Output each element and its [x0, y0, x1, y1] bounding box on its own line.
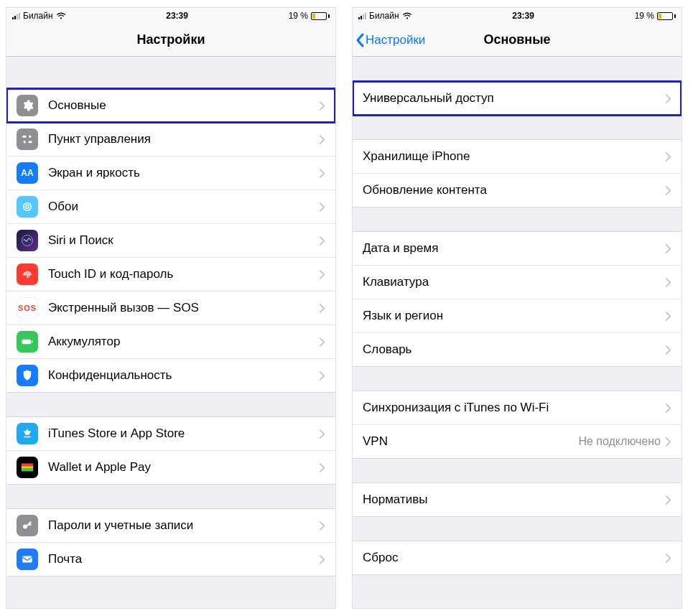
row-sos[interactable]: SOSЭкстренный вызов — SOS [6, 291, 335, 325]
svg-rect-13 [22, 556, 32, 563]
chevron-right-icon [665, 437, 671, 447]
row-label: Клавиатура [363, 275, 665, 289]
row-control[interactable]: Пункт управления [6, 122, 335, 157]
gear-icon [17, 95, 38, 116]
chevron-right-icon [319, 235, 325, 246]
row-label: Пункт управления [48, 132, 319, 146]
row-sync[interactable]: Синхронизация с iTunes по Wi-Fi [353, 391, 682, 425]
row-battery[interactable]: Аккумулятор [6, 325, 335, 359]
svg-point-3 [24, 141, 26, 143]
row-label: Wallet и Apple Pay [48, 460, 319, 475]
row-kbd[interactable]: Клавиатура [353, 265, 682, 299]
nav-bar: Настройки Основные [353, 24, 682, 57]
wall-icon [17, 196, 38, 218]
svg-rect-0 [22, 136, 26, 138]
row-pwd[interactable]: Пароли и учетные записи [6, 508, 335, 543]
row-label: Обновление контента [363, 183, 665, 197]
row-privacy[interactable]: Конфиденциальность [6, 358, 335, 393]
priv-icon [17, 365, 38, 386]
chevron-right-icon [665, 93, 671, 104]
row-reset[interactable]: Сброс [353, 541, 682, 575]
row-touchid[interactable]: Touch ID и код-пароль [6, 257, 335, 291]
row-label: VPN [363, 434, 578, 449]
chevron-right-icon [319, 462, 325, 473]
row-mail[interactable]: Почта [6, 542, 335, 577]
svg-point-5 [26, 205, 29, 209]
carrier-label: Билайн [369, 11, 399, 21]
row-label: iTunes Store и App Store [48, 426, 319, 441]
svg-rect-10 [22, 466, 34, 469]
row-display[interactable]: AAЭкран и яркость [6, 156, 335, 190]
chevron-right-icon [319, 554, 325, 565]
back-button[interactable]: Настройки [353, 33, 425, 47]
row-dict[interactable]: Словарь [353, 332, 682, 367]
row-label: Конфиденциальность [48, 368, 319, 383]
wifi-icon [402, 12, 412, 20]
row-general[interactable]: Основные [6, 88, 335, 123]
chevron-right-icon [665, 311, 671, 322]
row-label: Экран и яркость [48, 166, 319, 180]
store-icon [17, 423, 38, 444]
chevron-right-icon [319, 337, 325, 347]
chevron-right-icon [665, 277, 671, 288]
row-label: Нормативы [363, 493, 665, 507]
row-siri[interactable]: Siri и Поиск [6, 223, 335, 258]
row-value: Не подключено [578, 435, 661, 448]
chevron-right-icon [665, 495, 671, 505]
row-wall[interactable]: Обои [6, 190, 335, 224]
siri-icon [17, 230, 38, 251]
chevron-right-icon [665, 185, 671, 196]
battery-percent: 19 % [635, 11, 654, 21]
svg-point-4 [24, 203, 32, 211]
phone-settings: Билайн 23:39 19 % Настройки ОсновныеПунк… [6, 7, 336, 609]
row-reg[interactable]: Нормативы [353, 482, 682, 517]
row-refresh[interactable]: Обновление контента [353, 173, 682, 207]
svg-rect-2 [29, 141, 32, 143]
row-label: Язык и регион [363, 309, 665, 323]
row-access[interactable]: Универсальный доступ [353, 81, 682, 116]
row-wallet[interactable]: Wallet и Apple Pay [6, 450, 335, 485]
row-storage[interactable]: Хранилище iPhone [353, 139, 682, 174]
clock: 23:39 [166, 11, 188, 21]
battery-icon [311, 12, 330, 20]
ctrl-icon [17, 129, 38, 150]
nav-bar: Настройки [6, 24, 335, 57]
sos-icon: SOS [17, 297, 38, 319]
row-label: Основные [48, 98, 319, 113]
battery-percent: 19 % [289, 11, 308, 21]
row-vpn[interactable]: VPNНе подключено [353, 424, 682, 459]
touch-icon [17, 263, 38, 285]
row-label: Пароли и учетные записи [48, 518, 319, 533]
svg-rect-7 [22, 340, 32, 345]
row-label: Аккумулятор [48, 335, 319, 349]
chevron-right-icon [665, 345, 671, 355]
back-label: Настройки [366, 33, 425, 47]
row-store[interactable]: iTunes Store и App Store [6, 416, 335, 451]
chevron-left-icon [355, 33, 366, 47]
chevron-right-icon [319, 269, 325, 280]
carrier-label: Билайн [23, 11, 53, 21]
chevron-right-icon [319, 101, 325, 111]
row-label: Siri и Поиск [48, 233, 319, 248]
row-label: Сброс [363, 551, 665, 565]
screen-icon: AA [17, 162, 38, 184]
phone-general: Билайн 23:39 19 % Настройки Основные Уни… [352, 7, 682, 609]
svg-rect-11 [22, 469, 34, 472]
chevron-right-icon [319, 521, 325, 531]
settings-list: ОсновныеПункт управленияAAЭкран и яркост… [6, 88, 335, 576]
row-lang[interactable]: Язык и регион [353, 299, 682, 333]
batt-icon [17, 331, 38, 353]
row-label: Touch ID и код-пароль [48, 267, 319, 281]
status-bar: Билайн 23:39 19 % [353, 8, 682, 24]
chevron-right-icon [665, 553, 671, 564]
battery-icon [657, 12, 676, 20]
row-date[interactable]: Дата и время [353, 231, 682, 266]
svg-point-1 [29, 136, 31, 138]
row-label: Универсальный доступ [363, 91, 665, 106]
wallet-icon [17, 457, 38, 478]
mail-icon [17, 549, 38, 570]
row-label: Дата и время [363, 241, 665, 256]
chevron-right-icon [319, 202, 325, 213]
row-label: Синхронизация с iTunes по Wi-Fi [363, 401, 665, 415]
chevron-right-icon [319, 134, 325, 145]
